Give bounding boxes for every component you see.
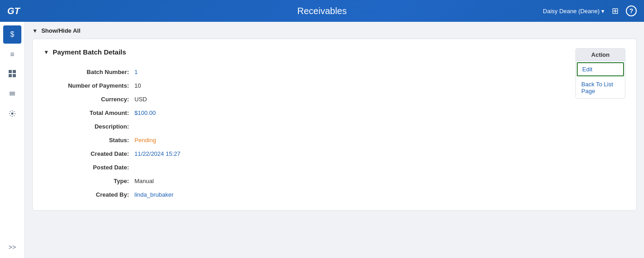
table-row: Description: xyxy=(44,119,393,133)
table-row: Status: Pending xyxy=(44,133,393,147)
sidebar-item-settings[interactable] xyxy=(3,105,21,124)
nav-right: Daisy Deane (Deane) ▾ ⊞ ? xyxy=(543,5,637,16)
show-hide-all-bar[interactable]: ▼ Show/Hide All xyxy=(32,27,637,34)
section-arrow: ▼ xyxy=(44,49,49,55)
edit-action-button[interactable]: Edit xyxy=(577,62,624,76)
field-value-batch-number: 1 xyxy=(134,65,393,79)
batch-number-link[interactable]: 1 xyxy=(134,69,138,75)
field-value-created-by: linda_brubaker xyxy=(134,188,393,201)
field-label-status: Status: xyxy=(44,133,134,147)
help-icon[interactable]: ? xyxy=(626,5,637,16)
svg-rect-0 xyxy=(9,70,12,73)
user-dropdown-arrow: ▾ xyxy=(601,8,604,15)
table-row: Number of Payments: 10 xyxy=(44,79,393,92)
created-by-value: linda_brubaker xyxy=(134,191,173,198)
table-row: Posted Date: xyxy=(44,160,393,174)
grid-icon xyxy=(9,70,16,79)
field-label-type: Type: xyxy=(44,174,134,188)
section-title: Payment Batch Details xyxy=(53,48,126,56)
svg-point-7 xyxy=(11,113,14,115)
user-name-label: Daisy Deane (Deane) xyxy=(543,8,599,15)
action-panel-header: Action xyxy=(576,49,625,61)
apps-grid-icon[interactable]: ⊞ xyxy=(612,6,619,16)
show-hide-label: Show/Hide All xyxy=(41,27,80,34)
field-label-posted-date: Posted Date: xyxy=(44,160,134,174)
total-amount-value: $100.00 xyxy=(134,109,156,116)
field-label-created-by: Created By: xyxy=(44,188,134,201)
sidebar-item-grid[interactable] xyxy=(3,65,21,84)
table-row: Currency: USD xyxy=(44,92,393,106)
dollar-icon: $ xyxy=(10,30,15,39)
field-label-batch-number: Batch Number: xyxy=(44,65,134,79)
field-value-description xyxy=(134,119,393,133)
sidebar-expand-button[interactable]: >> xyxy=(3,240,21,254)
field-value-status: Pending xyxy=(134,133,393,147)
back-to-list-action-button[interactable]: Back To List Page xyxy=(576,77,625,98)
svg-rect-2 xyxy=(9,74,12,77)
action-panel: Action Edit Back To List Page xyxy=(575,48,625,99)
sidebar-item-list[interactable]: ≡ xyxy=(3,45,21,64)
field-value-created-date: 11/22/2024 15:27 xyxy=(134,147,393,160)
table-row: Type: Manual xyxy=(44,174,393,188)
field-value-posted-date xyxy=(134,160,393,174)
svg-rect-3 xyxy=(13,74,16,77)
sidebar: $ ≡ xyxy=(0,22,25,258)
list-icon: ≡ xyxy=(10,50,14,59)
top-nav: GT Receivables Daisy Deane (Deane) ▾ ⊞ ? xyxy=(0,0,644,22)
table-row: Total Amount: $100.00 xyxy=(44,106,393,119)
content-area: ▼ Show/Hide All ▼ Payment Batch Details … xyxy=(25,22,644,258)
field-label-currency: Currency: xyxy=(44,92,134,106)
app-title: Receivables xyxy=(297,6,347,16)
status-badge: Pending xyxy=(134,137,156,144)
main-layout: $ ≡ xyxy=(0,22,644,258)
show-hide-arrow: ▼ xyxy=(32,28,38,34)
field-label-num-payments: Number of Payments: xyxy=(44,79,134,92)
field-value-num-payments: 10 xyxy=(134,79,393,92)
field-value-currency: USD xyxy=(134,92,393,106)
created-date-value: 11/22/2024 15:27 xyxy=(134,150,180,157)
field-label-created-date: Created Date: xyxy=(44,147,134,160)
svg-rect-1 xyxy=(13,70,16,73)
field-value-type: Manual xyxy=(134,174,393,188)
sidebar-item-filter[interactable] xyxy=(3,85,21,104)
payment-batch-card: ▼ Payment Batch Details Batch Number: 1 … xyxy=(32,39,637,211)
sidebar-item-dollar[interactable]: $ xyxy=(3,25,21,44)
field-label-description: Description: xyxy=(44,119,134,133)
field-value-total-amount: $100.00 xyxy=(134,106,393,119)
section-header: ▼ Payment Batch Details xyxy=(44,48,625,56)
expand-icon: >> xyxy=(9,243,16,251)
table-row: Batch Number: 1 xyxy=(44,65,393,79)
field-label-total-amount: Total Amount: xyxy=(44,106,134,119)
filter-icon xyxy=(9,90,16,99)
user-menu[interactable]: Daisy Deane (Deane) ▾ xyxy=(543,8,604,15)
table-row: Created Date: 11/22/2024 15:27 xyxy=(44,147,393,160)
app-logo: GT xyxy=(7,6,20,16)
table-row: Created By: linda_brubaker xyxy=(44,188,393,201)
batch-details-table: Batch Number: 1 Number of Payments: 10 C… xyxy=(44,65,393,201)
settings-icon xyxy=(9,110,16,119)
